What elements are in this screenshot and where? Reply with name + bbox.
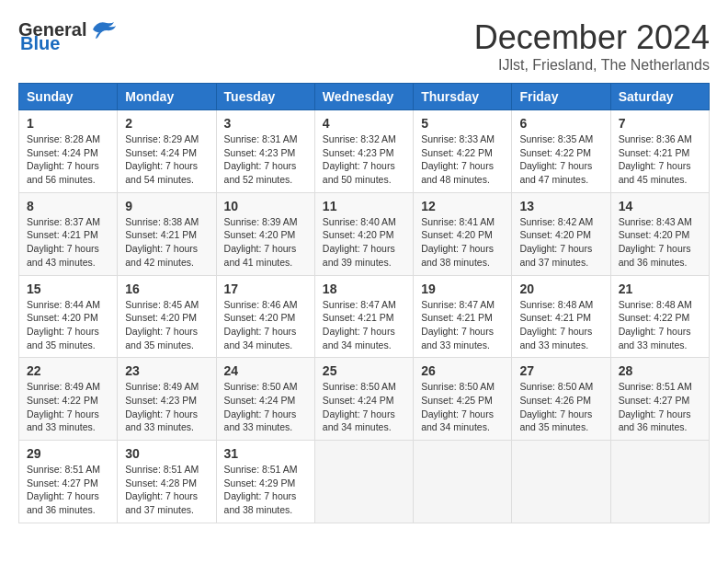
- day-number: 8: [27, 199, 109, 213]
- day-detail: Sunrise: 8:48 AM Sunset: 4:22 PM Dayligh…: [619, 298, 701, 352]
- day-detail: Sunrise: 8:40 AM Sunset: 4:20 PM Dayligh…: [323, 215, 405, 270]
- day-detail: Sunrise: 8:36 AM Sunset: 4:21 PM Dayligh…: [619, 132, 701, 187]
- calendar-cell: [414, 441, 512, 523]
- calendar-cell: 7 Sunrise: 8:36 AM Sunset: 4:21 PM Dayli…: [610, 110, 709, 193]
- logo-bird-icon: [88, 18, 116, 40]
- day-number: 28: [619, 363, 701, 378]
- page-header: General Blue December 2024 IJlst, Friesl…: [18, 18, 710, 74]
- calendar-cell: 19 Sunrise: 8:47 AM Sunset: 4:21 PM Dayl…: [414, 275, 512, 358]
- day-number: 7: [619, 116, 701, 131]
- day-number: 30: [125, 446, 208, 461]
- day-number: 24: [224, 363, 307, 378]
- calendar-cell: [314, 441, 413, 523]
- day-detail: Sunrise: 8:47 AM Sunset: 4:21 PM Dayligh…: [323, 298, 405, 352]
- calendar-cell: 17 Sunrise: 8:46 AM Sunset: 4:20 PM Dayl…: [216, 275, 314, 358]
- day-number: 11: [323, 199, 405, 213]
- day-number: 22: [27, 363, 109, 378]
- day-number: 10: [224, 199, 307, 213]
- day-detail: Sunrise: 8:47 AM Sunset: 4:21 PM Dayligh…: [421, 298, 504, 352]
- day-detail: Sunrise: 8:32 AM Sunset: 4:23 PM Dayligh…: [323, 132, 405, 187]
- calendar-cell: 24 Sunrise: 8:50 AM Sunset: 4:24 PM Dayl…: [216, 358, 314, 441]
- day-detail: Sunrise: 8:45 AM Sunset: 4:20 PM Dayligh…: [125, 298, 208, 352]
- day-detail: Sunrise: 8:28 AM Sunset: 4:24 PM Dayligh…: [27, 132, 109, 187]
- day-number: 31: [224, 446, 307, 461]
- column-header-sunday: Sunday: [19, 84, 118, 110]
- day-number: 6: [519, 116, 602, 131]
- logo-blue: Blue: [20, 33, 60, 54]
- calendar-cell: 12 Sunrise: 8:41 AM Sunset: 4:20 PM Dayl…: [414, 192, 512, 275]
- calendar-cell: [610, 441, 709, 523]
- day-detail: Sunrise: 8:49 AM Sunset: 4:23 PM Dayligh…: [125, 380, 208, 434]
- day-number: 25: [323, 363, 405, 378]
- day-number: 14: [619, 199, 701, 213]
- day-number: 16: [125, 282, 208, 296]
- calendar-cell: 25 Sunrise: 8:50 AM Sunset: 4:24 PM Dayl…: [314, 358, 413, 441]
- day-number: 18: [323, 282, 405, 296]
- column-header-tuesday: Tuesday: [216, 84, 314, 110]
- day-detail: Sunrise: 8:51 AM Sunset: 4:28 PM Dayligh…: [125, 463, 208, 517]
- column-header-saturday: Saturday: [610, 84, 709, 110]
- calendar-cell: [512, 441, 610, 523]
- calendar-cell: 14 Sunrise: 8:43 AM Sunset: 4:20 PM Dayl…: [610, 192, 709, 275]
- column-header-thursday: Thursday: [414, 84, 512, 110]
- day-number: 27: [519, 363, 602, 378]
- day-detail: Sunrise: 8:51 AM Sunset: 4:27 PM Dayligh…: [619, 380, 701, 434]
- day-detail: Sunrise: 8:42 AM Sunset: 4:20 PM Dayligh…: [519, 215, 602, 270]
- calendar-week-row: 15 Sunrise: 8:44 AM Sunset: 4:20 PM Dayl…: [19, 275, 710, 358]
- day-number: 23: [125, 363, 208, 378]
- day-detail: Sunrise: 8:43 AM Sunset: 4:20 PM Dayligh…: [619, 215, 701, 270]
- day-number: 12: [421, 199, 504, 213]
- calendar-cell: 10 Sunrise: 8:39 AM Sunset: 4:20 PM Dayl…: [216, 192, 314, 275]
- day-number: 2: [125, 116, 208, 131]
- calendar-cell: 26 Sunrise: 8:50 AM Sunset: 4:25 PM Dayl…: [414, 358, 512, 441]
- calendar-cell: 22 Sunrise: 8:49 AM Sunset: 4:22 PM Dayl…: [19, 358, 118, 441]
- calendar-cell: 8 Sunrise: 8:37 AM Sunset: 4:21 PM Dayli…: [19, 192, 118, 275]
- day-detail: Sunrise: 8:33 AM Sunset: 4:22 PM Dayligh…: [421, 132, 504, 187]
- logo: General Blue: [18, 18, 116, 54]
- column-header-friday: Friday: [512, 84, 610, 110]
- day-number: 4: [323, 116, 405, 131]
- day-detail: Sunrise: 8:51 AM Sunset: 4:29 PM Dayligh…: [224, 463, 307, 517]
- calendar-cell: 28 Sunrise: 8:51 AM Sunset: 4:27 PM Dayl…: [610, 358, 709, 441]
- calendar-cell: 31 Sunrise: 8:51 AM Sunset: 4:29 PM Dayl…: [216, 441, 314, 523]
- day-detail: Sunrise: 8:51 AM Sunset: 4:27 PM Dayligh…: [27, 463, 109, 517]
- day-detail: Sunrise: 8:50 AM Sunset: 4:26 PM Dayligh…: [519, 380, 602, 434]
- calendar-cell: 4 Sunrise: 8:32 AM Sunset: 4:23 PM Dayli…: [314, 110, 413, 193]
- calendar-header-row: SundayMondayTuesdayWednesdayThursdayFrid…: [19, 84, 710, 110]
- day-detail: Sunrise: 8:39 AM Sunset: 4:20 PM Dayligh…: [224, 215, 307, 270]
- day-detail: Sunrise: 8:41 AM Sunset: 4:20 PM Dayligh…: [421, 215, 504, 270]
- day-number: 13: [519, 199, 602, 213]
- day-detail: Sunrise: 8:49 AM Sunset: 4:22 PM Dayligh…: [27, 380, 109, 434]
- day-detail: Sunrise: 8:50 AM Sunset: 4:24 PM Dayligh…: [224, 380, 307, 434]
- month-title: December 2024: [474, 18, 710, 57]
- calendar-cell: 1 Sunrise: 8:28 AM Sunset: 4:24 PM Dayli…: [19, 110, 118, 193]
- day-detail: Sunrise: 8:44 AM Sunset: 4:20 PM Dayligh…: [27, 298, 109, 352]
- day-detail: Sunrise: 8:38 AM Sunset: 4:21 PM Dayligh…: [125, 215, 208, 270]
- day-number: 19: [421, 282, 504, 296]
- day-number: 29: [27, 446, 109, 461]
- column-header-wednesday: Wednesday: [314, 84, 413, 110]
- calendar-week-row: 29 Sunrise: 8:51 AM Sunset: 4:27 PM Dayl…: [19, 441, 710, 523]
- day-detail: Sunrise: 8:48 AM Sunset: 4:21 PM Dayligh…: [519, 298, 602, 352]
- day-number: 1: [27, 116, 109, 131]
- day-number: 20: [519, 282, 602, 296]
- calendar-cell: 9 Sunrise: 8:38 AM Sunset: 4:21 PM Dayli…: [118, 192, 216, 275]
- calendar-week-row: 22 Sunrise: 8:49 AM Sunset: 4:22 PM Dayl…: [19, 358, 710, 441]
- day-number: 17: [224, 282, 307, 296]
- location: IJlst, Friesland, The Netherlands: [474, 57, 710, 74]
- calendar-cell: 23 Sunrise: 8:49 AM Sunset: 4:23 PM Dayl…: [118, 358, 216, 441]
- calendar-cell: 13 Sunrise: 8:42 AM Sunset: 4:20 PM Dayl…: [512, 192, 610, 275]
- day-detail: Sunrise: 8:29 AM Sunset: 4:24 PM Dayligh…: [125, 132, 208, 187]
- day-detail: Sunrise: 8:46 AM Sunset: 4:20 PM Dayligh…: [224, 298, 307, 352]
- calendar-cell: 29 Sunrise: 8:51 AM Sunset: 4:27 PM Dayl…: [19, 441, 118, 523]
- calendar-cell: 30 Sunrise: 8:51 AM Sunset: 4:28 PM Dayl…: [118, 441, 216, 523]
- day-number: 9: [125, 199, 208, 213]
- calendar-week-row: 1 Sunrise: 8:28 AM Sunset: 4:24 PM Dayli…: [19, 110, 710, 193]
- day-detail: Sunrise: 8:50 AM Sunset: 4:25 PM Dayligh…: [421, 380, 504, 434]
- calendar-cell: 18 Sunrise: 8:47 AM Sunset: 4:21 PM Dayl…: [314, 275, 413, 358]
- calendar-cell: 5 Sunrise: 8:33 AM Sunset: 4:22 PM Dayli…: [414, 110, 512, 193]
- calendar-cell: 27 Sunrise: 8:50 AM Sunset: 4:26 PM Dayl…: [512, 358, 610, 441]
- title-section: December 2024 IJlst, Friesland, The Neth…: [474, 18, 710, 74]
- calendar-cell: 16 Sunrise: 8:45 AM Sunset: 4:20 PM Dayl…: [118, 275, 216, 358]
- calendar-cell: 2 Sunrise: 8:29 AM Sunset: 4:24 PM Dayli…: [118, 110, 216, 193]
